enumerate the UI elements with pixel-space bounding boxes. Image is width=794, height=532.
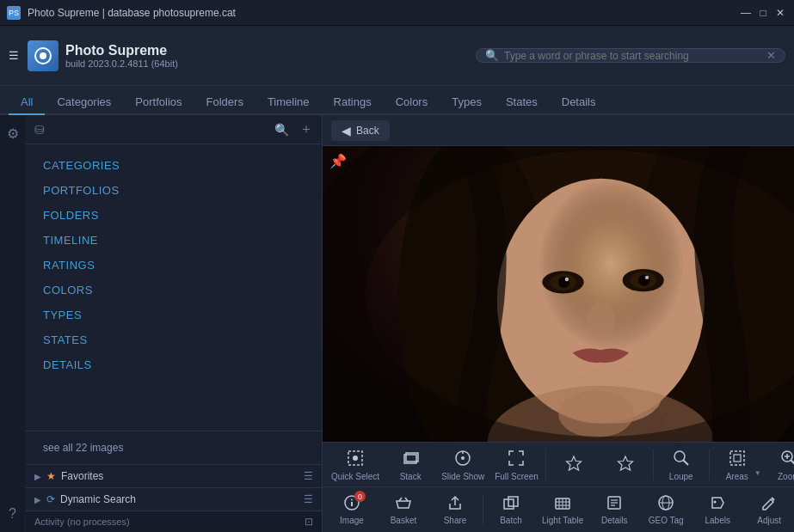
stack-button[interactable]: Stack	[385, 444, 436, 486]
star1-button[interactable]	[548, 444, 600, 486]
app-name: Photo Supreme	[65, 43, 178, 58]
star2-button[interactable]	[600, 444, 651, 486]
tab-all[interactable]: All	[9, 90, 45, 115]
search-icon: 🔍	[485, 49, 499, 62]
loupe-button[interactable]: Loupe	[656, 444, 707, 486]
areas-button[interactable]: Areas▼	[711, 444, 763, 486]
adjust-icon	[760, 494, 778, 514]
tab-ratings[interactable]: Ratings	[322, 90, 384, 115]
sidebar-item-folders[interactable]: FOLDERS	[26, 203, 322, 228]
activity-label: Activity (no processes)	[34, 517, 130, 527]
basket-button[interactable]: Basket	[378, 489, 429, 530]
help-icon[interactable]: ?	[5, 503, 20, 525]
sidebar-panels: ▶ ★ Favorites ☰ ▶ ⟳ Dynamic Search ☰	[26, 464, 322, 511]
areas-label: Areas	[726, 472, 748, 481]
batch-button[interactable]: Batch	[485, 489, 537, 530]
sidebar-item-timeline[interactable]: TIMELINE	[26, 228, 322, 253]
pin-icon[interactable]: 📌	[329, 153, 347, 169]
sidebar-item-ratings[interactable]: RATINGS	[26, 253, 322, 278]
loupe-icon	[672, 449, 691, 470]
sidebar-item-portfolios[interactable]: PORTFOLIOS	[26, 178, 322, 203]
svg-rect-34	[734, 455, 741, 462]
back-arrow-icon: ◀	[342, 124, 351, 138]
sidebar-item-states[interactable]: STATES	[26, 327, 322, 352]
quick-select-icon	[346, 449, 365, 470]
quick-select-button[interactable]: Quick Select	[326, 444, 385, 486]
adjust-button[interactable]: Adjust	[743, 489, 794, 530]
details-label: Details	[601, 516, 628, 525]
header: ☰ Photo Supreme build 2023.0.2.4811 (64b…	[0, 26, 794, 86]
image-area: 📌	[323, 146, 794, 442]
zoom-icon	[779, 449, 794, 470]
tab-timeline[interactable]: Timeline	[255, 90, 322, 115]
share-label: Share	[444, 516, 467, 525]
basket-label: Basket	[391, 516, 417, 525]
star1-icon	[565, 455, 582, 474]
back-label: Back	[356, 125, 379, 137]
back-bar: ◀ Back	[323, 115, 794, 146]
share-icon-wrap	[446, 494, 464, 514]
filter-icon[interactable]: ⛁	[34, 123, 45, 137]
bottom-toolbar: Quick SelectStackSlide ShowFull ScreenLo…	[323, 442, 794, 532]
app-build: build 2023.0.2.4811 (64bit)	[65, 58, 178, 69]
zoom-label: Zoom	[778, 472, 794, 481]
app-logo: Photo Supreme build 2023.0.2.4811 (64bit…	[28, 40, 178, 71]
toolbar-sep-2	[483, 494, 483, 525]
search-clear-icon[interactable]: ✕	[766, 49, 776, 62]
tab-states[interactable]: States	[494, 90, 550, 115]
sidebar-add-icon[interactable]: ＋	[299, 120, 313, 138]
star2-icon	[617, 455, 634, 474]
tab-details[interactable]: Details	[550, 90, 608, 115]
labels-button[interactable]: Labels	[692, 489, 743, 530]
geo-tag-button[interactable]: GEO Tag	[640, 489, 692, 530]
areas-icon	[728, 449, 747, 470]
favorites-menu-icon[interactable]: ☰	[304, 470, 313, 482]
zoom-button[interactable]: Zoom▼	[763, 444, 794, 486]
toolbar-row2: 0ImageBasketShareBatchLight TableDetails…	[323, 487, 794, 532]
stack-label: Stack	[400, 472, 422, 481]
dynamic-search-panel[interactable]: ▶ ⟳ Dynamic Search ☰	[26, 488, 322, 511]
info-button[interactable]: 0Image	[326, 489, 378, 530]
close-button[interactable]: ✕	[773, 6, 787, 20]
details-button[interactable]: Details	[588, 489, 640, 530]
svg-rect-33	[730, 451, 744, 465]
sidebar-item-categories[interactable]: CATEGORIES	[26, 153, 322, 178]
svg-point-1	[40, 52, 46, 59]
favorites-panel[interactable]: ▶ ★ Favorites ☰	[26, 465, 322, 488]
light-table-button[interactable]: Light Table	[537, 489, 588, 530]
search-bar: 🔍 ✕	[476, 48, 785, 63]
sidebar-item-colors[interactable]: COLORS	[26, 278, 322, 303]
sidebar-item-details[interactable]: DETAILS	[26, 352, 322, 377]
tab-types[interactable]: Types	[440, 90, 494, 115]
tab-categories[interactable]: Categories	[45, 90, 123, 115]
favorites-arrow-icon: ▶	[34, 472, 41, 481]
svg-point-59	[714, 501, 717, 504]
sidebar-left-icons: ⚙ ?	[0, 115, 26, 532]
hamburger-menu[interactable]: ☰	[9, 49, 19, 62]
full-screen-button[interactable]: Full Screen	[489, 444, 544, 486]
maximize-button[interactable]: □	[756, 6, 770, 20]
slide-show-button[interactable]: Slide Show	[436, 444, 489, 486]
light-table-label: Light Table	[542, 516, 583, 525]
sidebar-item-types[interactable]: TYPES	[26, 303, 322, 327]
sidebar-search-icon[interactable]: 🔍	[274, 123, 289, 137]
share-button[interactable]: Share	[429, 489, 481, 530]
activity-icon: ⊡	[305, 516, 313, 528]
settings-icon[interactable]: ⚙	[3, 122, 22, 145]
activity-bar: Activity (no processes) ⊡	[26, 511, 322, 532]
info-label: Image	[340, 516, 364, 525]
geo-tag-label: GEO Tag	[649, 516, 684, 525]
labels-label: Labels	[705, 516, 729, 525]
tab-colors[interactable]: Colors	[384, 90, 440, 115]
labels-icon-wrap	[709, 494, 726, 514]
search-input[interactable]	[504, 50, 761, 62]
tab-folders[interactable]: Folders	[194, 90, 255, 115]
tab-portfolios[interactable]: Portfolios	[123, 90, 194, 115]
back-button[interactable]: ◀ Back	[331, 120, 390, 141]
dynamic-search-menu-icon[interactable]: ☰	[304, 493, 313, 505]
logo-icon	[28, 40, 58, 71]
tab-bar: AllCategoriesPortfoliosFoldersTimelineRa…	[0, 86, 794, 115]
app-icon: PS	[7, 6, 21, 20]
minimize-button[interactable]: —	[739, 6, 753, 20]
loupe-label: Loupe	[669, 472, 693, 481]
